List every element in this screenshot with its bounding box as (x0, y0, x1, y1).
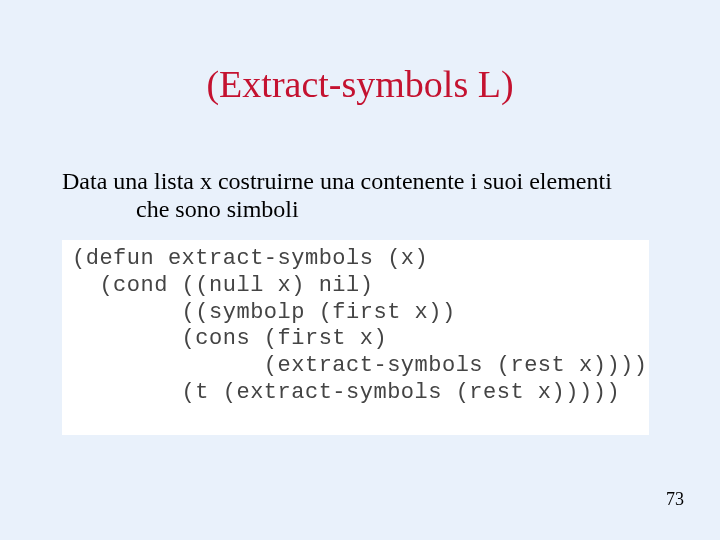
description-line-1: Data una lista x costruirne una contenen… (62, 168, 652, 196)
slide: (Extract-symbols L) Data una lista x cos… (0, 0, 720, 540)
slide-title: (Extract-symbols L) (0, 62, 720, 106)
code-line-1: (defun extract-symbols (x) (72, 246, 639, 273)
description-line-2: che sono simboli (62, 196, 652, 224)
code-block: (defun extract-symbols (x) (cond ((null … (62, 240, 649, 435)
code-line-3: ((symbolp (first x)) (72, 300, 639, 327)
slide-description: Data una lista x costruirne una contenen… (62, 168, 652, 223)
code-line-4: (cons (first x) (72, 326, 639, 353)
code-line-2: (cond ((null x) nil) (72, 273, 639, 300)
code-line-6: (t (extract-symbols (rest x))))) (72, 380, 639, 407)
code-line-5: (extract-symbols (rest x)))) (72, 353, 639, 380)
page-number: 73 (666, 489, 684, 510)
